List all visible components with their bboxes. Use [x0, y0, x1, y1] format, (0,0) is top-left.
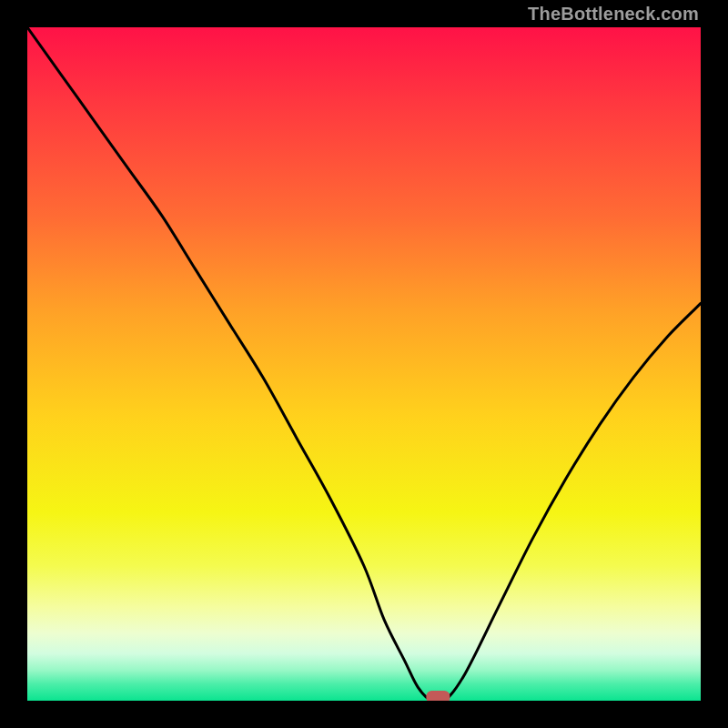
plot-area — [27, 27, 701, 701]
bottleneck-chart: TheBottleneck.com — [0, 0, 728, 728]
minimum-marker — [426, 691, 450, 701]
chart-svg — [27, 27, 701, 701]
gradient-background — [27, 27, 701, 701]
attribution-label: TheBottleneck.com — [528, 4, 699, 25]
